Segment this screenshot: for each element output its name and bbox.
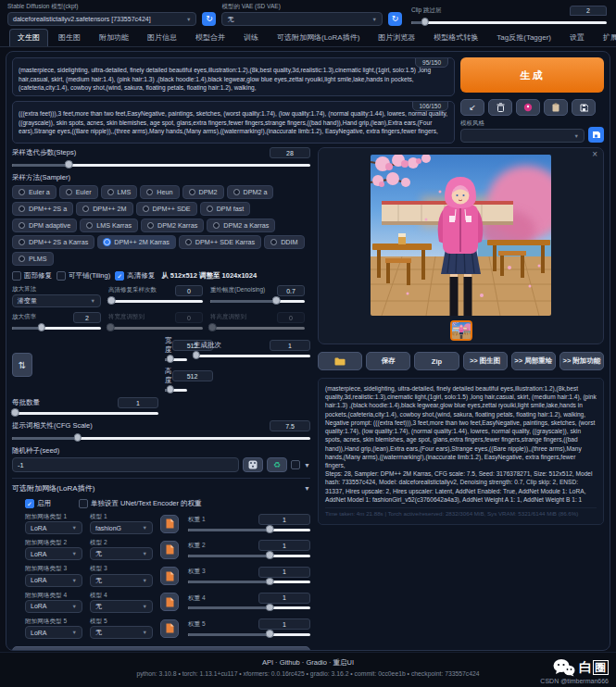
lora-model-info-button[interactable] [160,541,179,559]
tab-10[interactable]: 设置 [561,29,593,46]
collapse-icon[interactable]: ▼ [304,485,310,492]
tab-4[interactable]: 模型合并 [187,29,233,46]
batch-size-value[interactable]: 1 [118,397,158,408]
tab-5[interactable]: 训练 [235,29,267,46]
lora-weight-slider[interactable] [188,578,310,586]
resize-height-value[interactable]: 0 [277,312,305,323]
lora-model-dropdown[interactable]: fashionG▼ [90,521,153,534]
tab-11[interactable]: 扩展 [595,29,616,46]
sampler-option[interactable]: DPM2 [182,185,224,199]
lora-weight-value[interactable]: 1 [258,593,310,604]
tab-9[interactable]: Tag反推(Tagger) [488,29,559,46]
lora-weight-value[interactable]: 1 [258,618,310,630]
sampler-option[interactable]: DPM fast [200,202,251,216]
sampler-option[interactable]: PLMS [12,252,54,266]
save-image-button[interactable]: 保存 [366,352,410,370]
sampler-option[interactable]: DPM++ SDE [136,202,197,216]
cfg-slider[interactable] [12,433,310,442]
sampler-option[interactable]: DDIM [264,235,304,249]
close-icon[interactable]: × [592,149,597,159]
sampler-option[interactable]: Euler a [12,185,57,199]
lora-type-dropdown[interactable]: LoRA▼ [25,600,82,613]
lora-model-info-button[interactable] [160,619,179,638]
batch-size-slider[interactable] [12,408,158,417]
batch-count-slider[interactable] [194,351,310,359]
steps-slider[interactable] [12,160,310,169]
upscaler-dropdown[interactable]: 潜变量▼ [12,294,101,307]
refresh-ckpt-button[interactable]: ↻ [202,12,216,26]
lora-weight-slider[interactable] [188,551,310,559]
height-value[interactable]: 512 [172,370,213,381]
ckpt-dropdown[interactable]: dalceforealistictallyv2.safetensors [733… [7,12,196,26]
tab-7[interactable]: 图片浏览器 [370,29,423,46]
lora-type-dropdown[interactable]: LoRA▼ [25,547,82,560]
hires-steps-slider[interactable] [108,296,203,305]
width-slider[interactable] [165,355,187,363]
sampler-option[interactable]: DPM2 a Karras [207,219,275,232]
seed-input[interactable]: -1 [12,457,239,472]
sampler-option[interactable]: DPM++ 2S a Karras [12,235,94,249]
footer-link-2[interactable]: Gradio [306,658,327,667]
prompt-input[interactable]: (masterpiece, sidelighting, ultra-detail… [19,66,448,92]
sampler-option[interactable]: DPM++ 2M Karras [97,235,176,249]
lora-weight-value[interactable]: 1 [258,514,310,525]
lora-weight-value[interactable]: 1 [258,540,310,551]
lora-type-dropdown[interactable]: LoRA▼ [25,626,82,639]
extra-networks-button[interactable] [516,99,540,116]
steps-value[interactable]: 28 [270,147,310,158]
image-thumbnail[interactable] [450,320,472,341]
tab-8[interactable]: 模型格式转换 [425,29,486,46]
lora-weight-slider[interactable] [188,604,310,612]
refresh-styles-button[interactable] [588,127,604,143]
restore-faces-checkbox[interactable]: 面部修复 [12,271,52,281]
resize-width-slider[interactable] [108,323,203,331]
generated-image[interactable] [371,155,551,316]
lora-model-dropdown[interactable]: 无▼ [90,600,153,613]
sampler-option[interactable]: Euler [59,185,98,199]
lora-weight-slider[interactable] [188,525,310,533]
sampler-option[interactable]: DPM++ SDE Karras [179,235,261,249]
sampler-option[interactable]: DPM2 Karras [141,219,204,232]
tab-6[interactable]: 可选附加网络(LoRA插件) [269,29,368,46]
tab-2[interactable]: 附加功能 [91,29,137,46]
height-slider[interactable] [165,385,187,393]
zip-button[interactable]: Zip [414,352,459,370]
apply-style-button[interactable] [544,99,568,116]
lora-model-info-button[interactable] [160,567,179,585]
styles-dropdown[interactable]: ▼ [460,129,585,143]
refresh-vae-button[interactable]: ↻ [388,12,402,26]
vae-dropdown[interactable]: 无▼ [221,12,383,26]
resize-width-value[interactable]: 0 [175,312,203,323]
upscale-by-value[interactable]: 2 [73,312,101,323]
random-seed-button[interactable] [243,457,263,472]
clip-skip-slider[interactable] [411,18,607,26]
lora-weight-value[interactable]: 1 [258,567,310,578]
sampler-option[interactable]: DPM++ 2S a [12,202,73,216]
reuse-seed-button[interactable]: ♻ [267,457,287,472]
sampler-option[interactable]: DPM2 a [227,185,274,199]
sampler-option[interactable]: LMS Karras [80,219,138,232]
lora-separate-weights-checkbox[interactable]: 单独设置 UNet/Text Encoder 的权重 [79,499,202,508]
lora-model-info-button[interactable] [160,515,179,533]
sampler-option[interactable]: LMS [101,185,138,199]
lora-enable-checkbox[interactable]: ✓启用 [25,499,51,508]
denoising-slider[interactable] [210,296,305,305]
sampler-option[interactable]: DPM++ 2M [76,202,132,216]
hires-fix-checkbox[interactable]: ✓高清修复 [115,271,155,281]
tiling-checkbox[interactable]: 可平铺(Tiling) [57,271,110,281]
send-to-img2img-button[interactable]: >> 图生图 [463,352,508,370]
footer-link-0[interactable]: API [262,658,273,667]
clear-prompt-button[interactable] [488,99,512,116]
footer-link-1[interactable]: Github [280,658,300,667]
save-style-button[interactable] [572,99,596,116]
lora-type-dropdown[interactable]: LoRA▼ [25,521,82,534]
sampler-option[interactable]: DPM adaptive [12,219,77,232]
generate-button[interactable]: 生成 [460,57,604,93]
resize-height-slider[interactable] [210,323,305,331]
batch-count-value[interactable]: 1 [270,340,310,351]
lora-model-dropdown[interactable]: 无▼ [90,574,153,587]
upscale-by-slider[interactable] [12,323,101,331]
denoising-value[interactable]: 0.7 [277,285,305,296]
footer-link-3[interactable]: 重启UI [333,658,355,667]
cfg-value[interactable]: 7.5 [270,420,310,431]
